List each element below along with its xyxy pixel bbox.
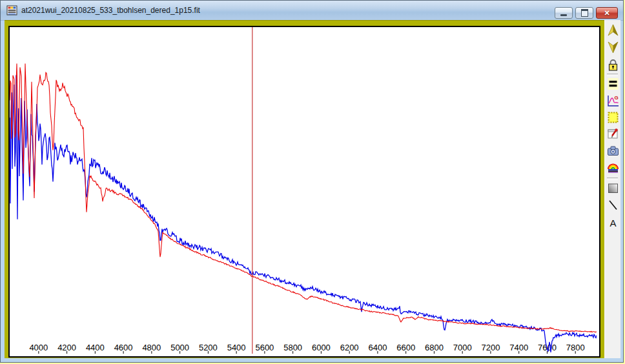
- x-tick-label: 4800: [142, 343, 161, 352]
- close-button[interactable]: ✕: [596, 7, 618, 19]
- x-tick-label: 4400: [86, 343, 105, 352]
- x-tick-label: 5000: [170, 343, 189, 352]
- x-tick-label: 7000: [453, 343, 472, 352]
- camera-icon[interactable]: [606, 144, 620, 158]
- app-icon: [6, 5, 17, 15]
- maximize-button[interactable]: [575, 7, 593, 19]
- maximize-icon: [581, 9, 588, 17]
- x-tick-label: 4000: [29, 343, 48, 352]
- nav-down-icon[interactable]: [606, 40, 620, 54]
- x-tick-label: 7800: [566, 343, 585, 352]
- x-tick-label: 5200: [199, 343, 218, 352]
- spectrum-plot[interactable]: 4000420044004600480050005200540056005800…: [8, 26, 600, 358]
- reference-spectrum-trace: [10, 63, 597, 332]
- toolbar-separator: [607, 74, 618, 76]
- plot-frame: 4000420044004600480050005200540056005800…: [5, 20, 604, 358]
- titlebar[interactable]: at2021wui_20210825_533_tbohlsen_dered_1p…: [1, 1, 623, 21]
- gradient-icon[interactable]: [606, 181, 620, 196]
- svg-text:A: A: [610, 217, 616, 228]
- lock-icon[interactable]: [606, 58, 620, 72]
- close-icon: ✕: [604, 8, 610, 18]
- selection-icon[interactable]: [606, 110, 620, 125]
- window-controls: ✕: [555, 7, 618, 19]
- tool-palette: G: [604, 20, 620, 358]
- x-tick-label: 5800: [283, 343, 302, 352]
- toolbar-separator: [607, 177, 618, 180]
- x-tick-label: 7400: [509, 343, 528, 352]
- spectrum-chart-canvas[interactable]: 4000420044004600480050005200540056005800…: [10, 27, 597, 354]
- x-tick-label: 6600: [396, 343, 415, 352]
- nav-up-icon[interactable]: [606, 23, 620, 37]
- equals-icon[interactable]: [606, 77, 620, 91]
- minimize-icon: [560, 14, 567, 16]
- x-tick-label: 6200: [340, 343, 359, 352]
- annotate-icon[interactable]: [606, 127, 620, 141]
- x-tick-label: 6400: [368, 343, 387, 352]
- svg-text:G: G: [615, 95, 619, 101]
- minimize-button[interactable]: [555, 7, 573, 19]
- window-title: at2021wui_20210825_533_tbohlsen_dered_1p…: [21, 6, 200, 15]
- line-tool-icon[interactable]: [606, 198, 620, 212]
- x-tick-label: 7200: [481, 343, 500, 352]
- rainbow-icon[interactable]: [606, 161, 620, 175]
- object-spectrum-trace: [10, 76, 597, 352]
- x-tick-label: 6000: [312, 343, 331, 352]
- gaussian-fit-icon[interactable]: G: [606, 94, 620, 108]
- x-tick-label: 5600: [255, 343, 274, 352]
- x-tick-label: 6800: [425, 343, 444, 352]
- text-tool-icon[interactable]: A: [606, 216, 620, 230]
- x-tick-label: 4200: [57, 343, 76, 352]
- x-tick-label: 4600: [114, 343, 133, 352]
- app-window: at2021wui_20210825_533_tbohlsen_dered_1p…: [0, 0, 624, 363]
- x-tick-label: 5400: [227, 343, 246, 352]
